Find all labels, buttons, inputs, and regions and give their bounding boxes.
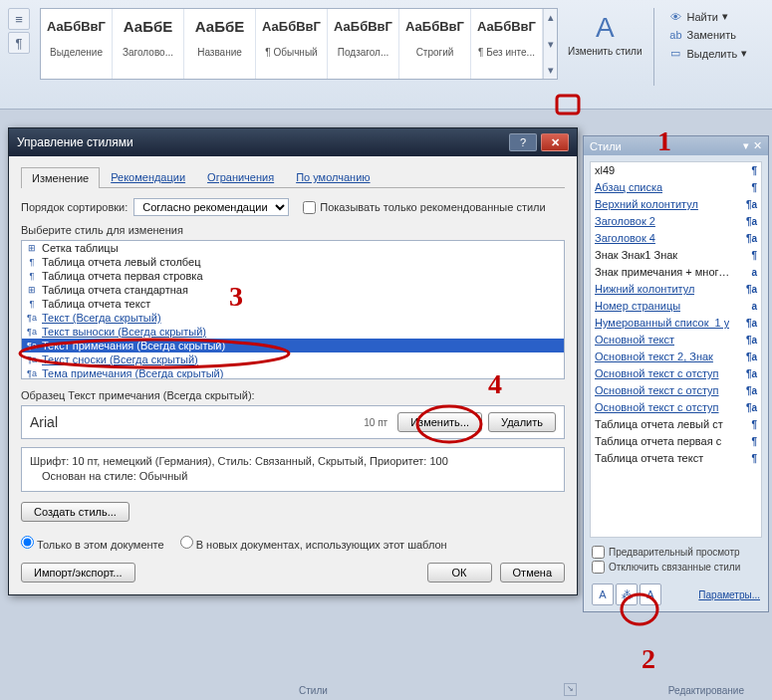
- list-item[interactable]: ¶Таблица отчета левый столбец: [22, 255, 564, 269]
- style-thumb[interactable]: АаБбВвГВыделение: [41, 9, 113, 79]
- modify-button[interactable]: Изменить...: [397, 412, 482, 432]
- chevron-down-icon[interactable]: ▾: [743, 139, 749, 152]
- ok-button[interactable]: ОК: [427, 563, 492, 583]
- list-item[interactable]: ¶aТекст примечания (Всегда скрытый): [22, 339, 564, 352]
- style-thumb[interactable]: АаБбЕНазвание: [184, 9, 256, 79]
- sample-label: Образец Текст примечания (Всегда скрытый…: [21, 389, 565, 401]
- styles-launcher[interactable]: ↘: [564, 683, 577, 696]
- pane-style-item[interactable]: Абзац списка¶: [591, 179, 761, 196]
- ribbon-quick-icons: ≡ ¶: [4, 4, 34, 58]
- radio-this-doc[interactable]: Только в этом документе: [21, 536, 164, 551]
- paragraph-mark-icon[interactable]: ¶: [8, 32, 30, 54]
- font-size-preview: 10 пт: [364, 417, 387, 428]
- ribbon: ≡ ¶ АаБбВвГВыделение АаБбЕЗаголово... Аа…: [0, 0, 772, 110]
- pane-style-item[interactable]: Заголовок 4¶a: [591, 230, 761, 247]
- style-thumb[interactable]: АаБбВвГ¶ Обычный: [256, 9, 328, 79]
- pane-style-item[interactable]: Номер страницыa: [591, 298, 761, 315]
- style-thumb[interactable]: АаБбВвГПодзагол...: [328, 9, 399, 79]
- list-item[interactable]: ¶Таблица отчета текст: [22, 297, 564, 311]
- pane-style-item[interactable]: Знак примечания + многоуровневый, Слева:…: [591, 264, 761, 281]
- divider: [653, 8, 654, 86]
- gallery-scrollbar[interactable]: ▴▾▾: [543, 9, 557, 79]
- more-icon[interactable]: ▾: [548, 64, 554, 77]
- style-inspector-button[interactable]: ⁂: [616, 583, 638, 605]
- pane-style-item[interactable]: Нумерованный список_1 у¶a: [591, 315, 761, 332]
- pane-style-list[interactable]: xl49¶Абзац списка¶Верхний колонтитул¶aЗа…: [590, 161, 762, 538]
- pane-header: Стили ▾✕: [584, 136, 768, 155]
- pane-style-item[interactable]: Верхний колонтитул¶a: [591, 196, 761, 213]
- list-item[interactable]: ¶aТема примечания (Всегда скрытый): [22, 366, 564, 379]
- binoculars-icon: 👁: [668, 11, 682, 23]
- group-label-styles: Стили: [299, 685, 328, 696]
- pane-style-item[interactable]: Таблица отчета левый ст¶: [591, 416, 761, 433]
- pane-style-item[interactable]: Знак Знак1 Знак¶: [591, 247, 761, 264]
- tabstrip: Изменение Рекомендации Ограничения По ум…: [21, 166, 565, 188]
- import-export-button[interactable]: Импорт/экспорт...: [21, 563, 135, 583]
- list-item[interactable]: ¶Таблица отчета первая стровка: [22, 269, 564, 283]
- styles-icon: A: [596, 12, 615, 44]
- create-style-button[interactable]: Создать стиль...: [21, 502, 129, 522]
- pane-style-item[interactable]: xl49¶: [591, 162, 761, 179]
- style-description: Шрифт: 10 пт, немецкий (Германия), Стиль…: [21, 447, 565, 492]
- pane-style-item[interactable]: Заголовок 2¶a: [591, 213, 761, 230]
- pick-style-label: Выберите стиль для изменения: [21, 224, 565, 236]
- options-link[interactable]: Параметры...: [698, 589, 760, 600]
- preview-checkbox[interactable]: Предварительный просмотр: [592, 546, 760, 559]
- sort-label: Порядок сортировки:: [21, 201, 128, 213]
- editing-group: 👁Найти ▾ abЗаменить ▭Выделить ▾: [658, 4, 757, 66]
- styles-gallery[interactable]: АаБбВвГВыделение АаБбЕЗаголово... АаБбЕН…: [40, 8, 558, 80]
- list-item[interactable]: ¶aТекст сноски (Всегда скрытый): [22, 352, 564, 366]
- tab-recommend[interactable]: Рекомендации: [100, 166, 196, 187]
- chevron-up-icon[interactable]: ▴: [548, 11, 554, 24]
- pane-style-item[interactable]: Основной текст с отступ¶a: [591, 365, 761, 382]
- dialog-titlebar: Управление стилями ? ✕: [9, 128, 577, 156]
- pane-style-item[interactable]: Таблица отчета текст¶: [591, 450, 761, 467]
- style-listbox[interactable]: ⊞Сетка таблицы¶Таблица отчета левый стол…: [21, 240, 565, 379]
- group-label-editing: Редактирование: [668, 685, 744, 696]
- style-thumb[interactable]: АаБбЕЗаголово...: [113, 9, 184, 79]
- select-button[interactable]: ▭Выделить ▾: [664, 45, 751, 62]
- list-item[interactable]: ¶aТекст выноски (Всегда скрытый): [22, 325, 564, 339]
- list-icon[interactable]: ≡: [8, 8, 30, 30]
- disable-linked-checkbox[interactable]: Отключить связанные стили: [592, 561, 760, 574]
- pane-style-item[interactable]: Основной текст с отступ¶a: [591, 382, 761, 399]
- pane-style-item[interactable]: Таблица отчета первая с¶: [591, 433, 761, 450]
- help-button[interactable]: ?: [509, 133, 537, 151]
- close-icon[interactable]: ✕: [753, 139, 762, 152]
- font-preview: Arial 10 пт Изменить... Удалить: [21, 405, 565, 439]
- style-thumb[interactable]: АаБбВвГСтрогий: [399, 9, 471, 79]
- close-button[interactable]: ✕: [541, 133, 569, 151]
- chevron-down-icon[interactable]: ▾: [548, 38, 554, 51]
- list-item[interactable]: ¶aТекст (Всегда скрытый): [22, 311, 564, 325]
- delete-button[interactable]: Удалить: [488, 412, 556, 432]
- sort-order-select[interactable]: Согласно рекомендации: [133, 198, 289, 216]
- show-recommended-checkbox[interactable]: Показывать только рекомендованные стили: [303, 201, 545, 214]
- cancel-button[interactable]: Отмена: [500, 563, 565, 583]
- pane-title: Стили: [590, 140, 622, 152]
- tab-restrict[interactable]: Ограничения: [196, 166, 285, 187]
- tab-default[interactable]: По умолчанию: [285, 166, 381, 187]
- dialog-title: Управление стилями: [17, 135, 133, 149]
- list-item[interactable]: ⊞Сетка таблицы: [22, 241, 564, 255]
- tab-edit[interactable]: Изменение: [21, 167, 100, 188]
- style-thumb[interactable]: АаБбВвГ¶ Без инте...: [471, 9, 543, 79]
- replace-icon: ab: [668, 29, 682, 41]
- pane-style-item[interactable]: Нижний колонтитул¶a: [591, 281, 761, 298]
- pane-style-item[interactable]: Основной текст 2, Знак¶a: [591, 349, 761, 365]
- new-style-button[interactable]: A: [592, 583, 614, 605]
- manage-styles-button[interactable]: A: [640, 583, 661, 605]
- styles-pane: Стили ▾✕ xl49¶Абзац списка¶Верхний колон…: [583, 135, 769, 612]
- radio-template[interactable]: В новых документах, использующих этот ша…: [180, 536, 447, 551]
- list-item[interactable]: ⊞Таблица отчета стандартная: [22, 283, 564, 297]
- manage-styles-dialog: Управление стилями ? ✕ Изменение Рекомен…: [8, 127, 578, 595]
- cursor-icon: ▭: [668, 47, 682, 60]
- change-styles-button[interactable]: A Изменить стили: [562, 8, 647, 61]
- font-name-preview: Arial: [30, 414, 364, 430]
- replace-button[interactable]: abЗаменить: [664, 27, 751, 43]
- find-button[interactable]: 👁Найти ▾: [664, 8, 751, 25]
- pane-style-item[interactable]: Основной текст¶a: [591, 332, 761, 349]
- pane-style-item[interactable]: Основной текст с отступ¶a: [591, 399, 761, 416]
